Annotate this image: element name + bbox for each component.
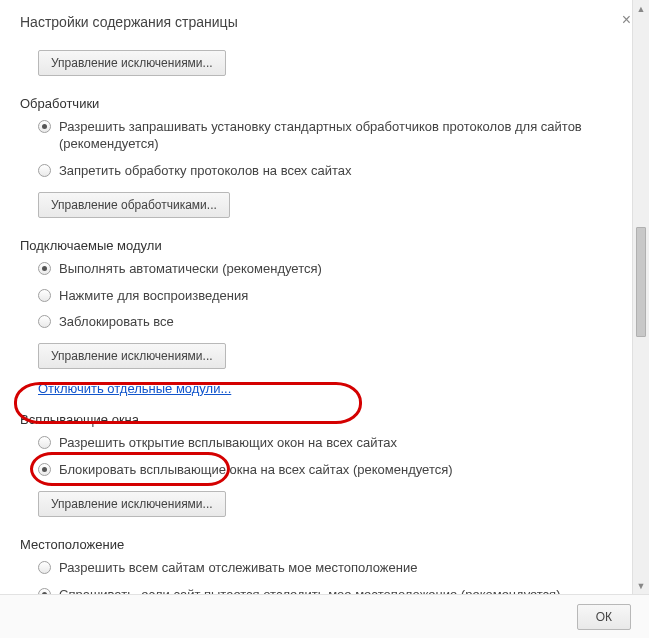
radio-icon	[38, 120, 51, 133]
location-option-allow[interactable]: Разрешить всем сайтам отслеживать мое ме…	[38, 560, 629, 577]
radio-label: Нажмите для воспроизведения	[59, 288, 248, 305]
popups-option-block[interactable]: Блокировать всплывающие окна на всех сай…	[38, 462, 629, 479]
radio-label: Блокировать всплывающие окна на всех сай…	[59, 462, 453, 479]
scroll-down-icon[interactable]: ▼	[633, 577, 649, 594]
ok-button[interactable]: ОК	[577, 604, 631, 630]
radio-icon	[38, 262, 51, 275]
scroll-track[interactable]	[633, 17, 649, 577]
handlers-option-allow[interactable]: Разрешить запрашивать установку стандарт…	[38, 119, 629, 153]
radio-icon	[38, 164, 51, 177]
dialog-title: Настройки содержания страницы	[20, 14, 629, 30]
scroll-up-icon[interactable]: ▲	[633, 0, 649, 17]
disable-modules-link[interactable]: Отключить отдельные модули...	[38, 381, 231, 396]
popups-heading: Всплывающие окна	[20, 412, 629, 427]
radio-label: Разрешить открытие всплывающих окон на в…	[59, 435, 397, 452]
radio-label: Разрешить всем сайтам отслеживать мое ме…	[59, 560, 417, 577]
manage-popup-exceptions-button[interactable]: Управление исключениями...	[38, 491, 226, 517]
radio-icon	[38, 436, 51, 449]
plugins-option-auto[interactable]: Выполнять автоматически (рекомендуется)	[38, 261, 629, 278]
manage-exceptions-top-button[interactable]: Управление исключениями...	[38, 50, 226, 76]
radio-label: Разрешить запрашивать установку стандарт…	[59, 119, 629, 153]
radio-label: Заблокировать все	[59, 314, 174, 331]
scrollbar[interactable]: ▲ ▼	[632, 0, 649, 594]
scroll-thumb[interactable]	[636, 227, 646, 337]
radio-icon	[38, 289, 51, 302]
manage-handlers-button[interactable]: Управление обработчиками...	[38, 192, 230, 218]
radio-icon	[38, 561, 51, 574]
handlers-heading: Обработчики	[20, 96, 629, 111]
radio-label: Выполнять автоматически (рекомендуется)	[59, 261, 322, 278]
location-heading: Местоположение	[20, 537, 629, 552]
popups-option-allow[interactable]: Разрешить открытие всплывающих окон на в…	[38, 435, 629, 452]
plugins-option-clicktoplay[interactable]: Нажмите для воспроизведения	[38, 288, 629, 305]
handlers-option-deny[interactable]: Запретить обработку протоколов на всех с…	[38, 163, 629, 180]
plugins-option-block[interactable]: Заблокировать все	[38, 314, 629, 331]
dialog-footer: ОК	[0, 594, 649, 638]
radio-icon	[38, 315, 51, 328]
radio-label: Запретить обработку протоколов на всех с…	[59, 163, 352, 180]
plugins-heading: Подключаемые модули	[20, 238, 629, 253]
close-icon[interactable]: ×	[622, 12, 631, 28]
radio-icon	[38, 463, 51, 476]
manage-plugin-exceptions-button[interactable]: Управление исключениями...	[38, 343, 226, 369]
